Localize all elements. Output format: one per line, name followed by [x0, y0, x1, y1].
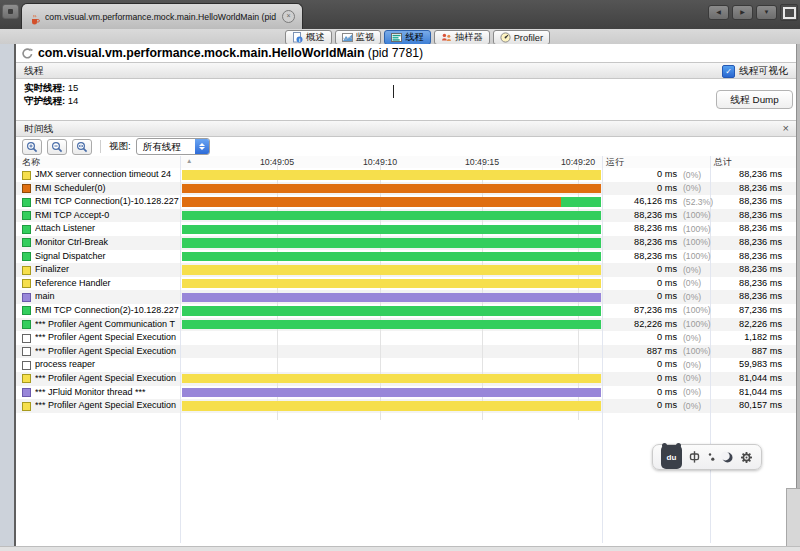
thread-total-time: 88,236 ms [710, 196, 782, 208]
thread-total-time: 81,044 ms [710, 387, 782, 399]
thread-row[interactable]: *** JFluid Monitor thread ***0 ms(0%)81,… [16, 386, 796, 400]
tab-list-dropdown-button[interactable]: ▼ [756, 5, 777, 20]
timeline-bar [182, 388, 601, 397]
document-tab-title: com.visual.vm.performance.mock.main.Hell… [45, 12, 277, 22]
monitor-icon [342, 32, 353, 43]
document-tab[interactable]: com.visual.vm.performance.mock.main.Hell… [21, 3, 303, 29]
column-header-running[interactable]: 运行 [606, 156, 624, 168]
monitored-app-panel: com.visual.vm.performance.mock.main.Hell… [16, 44, 796, 545]
tab-monitor[interactable]: 监视 [335, 30, 382, 45]
timeline-bar [182, 225, 601, 234]
thread-row[interactable]: Signal Dispatcher88,236 ms(100%)88,236 m… [16, 250, 796, 264]
thread-row[interactable]: main0 ms(0%)88,236 ms [16, 290, 796, 304]
timeline-close-icon[interactable]: × [783, 121, 789, 136]
gear-icon[interactable] [740, 445, 753, 469]
threads-section-title: 线程 [24, 63, 44, 78]
overview-icon: i [292, 32, 303, 43]
thread-name: *** Profiler Agent Communication T [35, 319, 179, 331]
scroll-tabs-left-button[interactable]: ◀ [708, 5, 729, 20]
timeline-bar [182, 238, 601, 247]
thread-name: *** Profiler Agent Special Execution [35, 373, 179, 385]
tab-overview[interactable]: i 概述 [285, 30, 332, 45]
thread-row[interactable]: *** Profiler Agent Special Execution0 ms… [16, 331, 796, 345]
thread-row[interactable]: RMI TCP Accept-088,236 ms(100%)88,236 ms [16, 209, 796, 223]
thread-row[interactable]: *** Profiler Agent Special Execution0 ms… [16, 372, 796, 386]
thread-total-time: 88,236 ms [710, 237, 782, 249]
thread-row[interactable]: Monitor Ctrl-Break88,236 ms(100%)88,236 … [16, 236, 796, 250]
thread-row[interactable]: Finalizer0 ms(0%)88,236 ms [16, 263, 796, 277]
thread-name: main [35, 291, 179, 303]
thread-row[interactable]: RMI Scheduler(0)0 ms(0%)88,236 ms [16, 182, 796, 196]
timeline-bar [182, 293, 601, 302]
thread-timeline [182, 236, 601, 250]
document-tabbar: com.visual.vm.performance.mock.main.Hell… [0, 0, 800, 30]
thread-row[interactable]: process reaper0 ms(0%)59,983 ms [16, 358, 796, 372]
tab-threads[interactable]: 线程 [384, 30, 431, 45]
thread-timeline [182, 304, 601, 318]
tab-navigation: ◀ ▶ ▼ [708, 4, 798, 21]
column-header-name[interactable]: 名称 [22, 156, 40, 168]
zoom-out-button[interactable] [47, 139, 67, 155]
thread-state-icon [22, 225, 31, 234]
thread-total-time: 82,226 ms [710, 319, 782, 331]
bottom-window-edge [0, 546, 800, 551]
thread-running-time: 88,236 ms [602, 210, 677, 222]
thread-row[interactable]: RMI TCP Connection(2)-10.128.22787,236 m… [16, 304, 796, 318]
thread-total-time: 59,983 ms [710, 359, 782, 371]
timeline-toolbar: 视图: 所有线程 [16, 137, 796, 156]
thread-rows: JMX server connection timeout 240 ms(0%)… [16, 168, 796, 413]
toolbar-separator [100, 140, 101, 153]
app-header: com.visual.vm.performance.mock.main.Hell… [16, 44, 796, 62]
thread-timeline [182, 168, 601, 182]
left-window-edge [0, 44, 16, 551]
bottom-right-corner [786, 488, 800, 551]
tab-profiler[interactable]: Profiler [493, 30, 550, 45]
thread-name: Finalizer [35, 264, 179, 276]
thread-name: *** Profiler Agent Special Execution [35, 332, 179, 344]
thread-timeline [182, 250, 601, 264]
thread-row[interactable]: *** Profiler Agent Special Execution0 ms… [16, 399, 796, 413]
thread-running-time: 0 ms [602, 400, 677, 412]
sort-ascending-icon[interactable]: ▲ [186, 157, 192, 164]
window-control-icon [8, 9, 13, 14]
baidu-ime-badge-icon[interactable]: du [661, 445, 682, 469]
pid-suffix: (pid 7781) [364, 46, 423, 60]
thread-row[interactable]: RMI TCP Connection(1)-10.128.22746,126 m… [16, 195, 796, 209]
timeline-bar [182, 401, 601, 410]
zoom-fit-button[interactable] [72, 139, 92, 155]
timeline-bar [182, 374, 601, 383]
thread-timeline [182, 290, 601, 304]
thread-dump-button[interactable]: 线程 Dump [716, 90, 793, 109]
thread-timeline [182, 182, 601, 196]
page-title: com.visual.vm.performance.mock.main.Hell… [38, 44, 423, 62]
scroll-tabs-right-button[interactable]: ▶ [732, 5, 753, 20]
view-select[interactable]: 所有线程 [136, 138, 210, 155]
pinyin-mode-icon[interactable] [688, 445, 701, 469]
thread-name: JMX server connection timeout 24 [35, 169, 179, 181]
thread-name: process reaper [35, 359, 179, 371]
thread-state-icon [22, 306, 31, 315]
thread-state-icon [22, 279, 31, 288]
tab-close-icon[interactable]: × [282, 10, 295, 23]
thread-row[interactable]: Reference Handler0 ms(0%)88,236 ms [16, 277, 796, 291]
timeline-bar [182, 279, 601, 288]
column-header-total[interactable]: 总计 [714, 156, 732, 168]
thread-row[interactable]: *** Profiler Agent Communication T82,226… [16, 318, 796, 332]
window-control-button[interactable] [2, 4, 19, 19]
thread-row[interactable]: *** Profiler Agent Special Execution887 … [16, 345, 796, 359]
thread-visualization-checkbox[interactable]: ✓ [722, 65, 735, 78]
thread-name: RMI TCP Connection(1)-10.128.227 [35, 196, 179, 208]
timeline-bar [182, 265, 601, 274]
moon-icon[interactable] [721, 445, 734, 469]
thread-timeline [182, 399, 601, 413]
thread-running-time: 0 ms [602, 278, 677, 290]
thread-total-time: 80,157 ms [710, 400, 782, 412]
tone-dots-icon[interactable] [707, 445, 716, 469]
maximize-view-button[interactable] [780, 4, 798, 21]
thread-row[interactable]: JMX server connection timeout 240 ms(0%)… [16, 168, 796, 182]
tab-sampler[interactable]: 抽样器 [434, 30, 490, 45]
zoom-in-button[interactable] [22, 139, 42, 155]
thread-row[interactable]: Attach Listener88,236 ms(100%)88,236 ms [16, 222, 796, 236]
column-separator [180, 156, 181, 543]
thread-state-icon [22, 293, 31, 302]
